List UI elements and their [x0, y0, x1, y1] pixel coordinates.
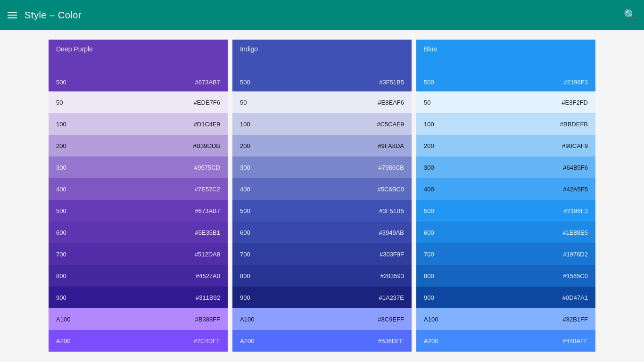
color-column-blue: Blue500#2196F350#E3F2FD100#BBDEFB200#90C…	[416, 40, 595, 352]
color-row: 500#3F51B5	[232, 200, 412, 222]
shade-label: 800	[240, 272, 250, 280]
hex-label: #4527A0	[196, 272, 220, 280]
header-title: Style – Color	[25, 10, 82, 21]
shade-label: 900	[240, 294, 250, 301]
shade-label: 800	[424, 272, 434, 280]
color-row: 800#4527A0	[49, 265, 228, 287]
hex-label: #BBDEFB	[560, 121, 588, 128]
shade-label: 100	[240, 121, 250, 128]
shade-label: 900	[424, 294, 434, 301]
shade-label: 700	[424, 251, 434, 258]
color-row: 100#C5CAE9	[232, 113, 412, 135]
color-header-hex-0: #673AB7	[195, 79, 221, 86]
menu-icon[interactable]	[8, 12, 17, 18]
hex-label: #9FA8DA	[378, 142, 404, 149]
color-row: A100#8C9EFF	[232, 308, 412, 330]
shade-label: A100	[240, 316, 254, 323]
hex-label: #D1C4E9	[194, 121, 220, 128]
hex-label: #42A5F5	[563, 186, 588, 193]
hex-label: #90CAF9	[562, 142, 588, 149]
shade-label: 600	[56, 229, 66, 236]
color-header-shade-2: 500	[424, 79, 434, 86]
color-column-deep-purple: Deep Purple500#673AB750#EDE7F6100#D1C4E9…	[49, 40, 228, 352]
hex-label: #1976D2	[563, 251, 588, 258]
color-row: 700#303F9F	[232, 243, 412, 265]
color-row: 800#283593	[232, 265, 412, 287]
color-row: A100#82B1FF	[416, 308, 595, 330]
hex-label: #EDE7F6	[194, 99, 220, 106]
shade-label: A200	[240, 337, 254, 345]
hex-label: #536DFE	[378, 337, 404, 345]
hex-label: #1565C0	[563, 272, 588, 280]
shade-label: 50	[240, 99, 247, 106]
hex-label: #E8EAF6	[378, 99, 404, 106]
hex-label: #311B92	[196, 294, 220, 301]
color-row: 600#5E35B1	[49, 222, 228, 243]
hex-label: #64B5F6	[563, 164, 588, 171]
shade-label: 600	[240, 229, 250, 236]
hex-label: #283593	[380, 272, 404, 280]
shade-label: 50	[56, 99, 63, 106]
shade-label: 200	[240, 142, 250, 149]
hex-label: #5E35B1	[195, 229, 221, 236]
color-row: 400#42A5F5	[416, 178, 595, 200]
shade-label: 900	[56, 294, 66, 301]
color-row: A200#536DFE	[232, 330, 412, 352]
color-header-bottom-2: 500#2196F3	[424, 79, 588, 86]
color-name-1: Indigo	[240, 45, 404, 53]
hex-label: #3949AB	[379, 229, 405, 236]
color-header-hex-2: #2196F3	[564, 79, 588, 86]
color-row: 200#9FA8DA	[232, 135, 412, 156]
hex-label: #5C6BC0	[378, 186, 404, 193]
color-row: 300#9575CD	[49, 156, 228, 178]
color-row: 200#90CAF9	[416, 135, 595, 156]
color-row: 900#311B92	[49, 287, 228, 308]
hex-label: #2196F3	[564, 207, 588, 214]
color-row: 700#512DA8	[49, 243, 228, 265]
color-header-shade-0: 500	[56, 79, 66, 86]
shade-label: 500	[424, 207, 434, 214]
color-header-bottom-1: 500#3F51B5	[240, 79, 404, 86]
color-row: 500#2196F3	[416, 200, 595, 222]
shade-label: 100	[424, 121, 434, 128]
shade-label: 100	[56, 121, 66, 128]
color-row: 400#7E57C2	[49, 178, 228, 200]
color-header-1: Indigo500#3F51B5	[232, 40, 412, 91]
hex-label: #B388FF	[195, 316, 220, 323]
color-row: 200#B39DDB	[49, 135, 228, 156]
hex-label: #E3F2FD	[561, 99, 588, 106]
hex-label: #82B1FF	[563, 316, 588, 323]
color-name-2: Blue	[424, 45, 588, 53]
hex-label: #448AFF	[563, 337, 588, 345]
color-row: 500#673AB7	[49, 200, 228, 222]
color-row: 50#EDE7F6	[49, 91, 228, 113]
shade-label: 400	[56, 186, 66, 193]
color-row: A100#B388FF	[49, 308, 228, 330]
shade-label: 800	[56, 272, 66, 280]
shade-label: A200	[424, 337, 438, 345]
shade-label: A100	[56, 316, 70, 323]
color-row: 300#64B5F6	[416, 156, 595, 178]
color-row: 700#1976D2	[416, 243, 595, 265]
shade-label: A200	[56, 337, 70, 345]
color-row: 400#5C6BC0	[232, 178, 412, 200]
shade-label: 700	[56, 251, 66, 258]
hex-label: #0D47A1	[562, 294, 588, 301]
hex-label: #7C4DFF	[194, 337, 220, 345]
color-header-2: Blue500#2196F3	[416, 40, 595, 91]
shade-label: 600	[424, 229, 434, 236]
shade-label: A100	[424, 316, 438, 323]
color-header-shade-1: 500	[240, 79, 250, 86]
color-column-indigo: Indigo500#3F51B550#E8EAF6100#C5CAE9200#9…	[232, 40, 412, 352]
color-header-0: Deep Purple500#673AB7	[49, 40, 228, 91]
color-row: 900#1A237E	[232, 287, 412, 308]
hex-label: #1E88E5	[563, 229, 588, 236]
color-row: 300#7986CB	[232, 156, 412, 178]
color-row: 100#BBDEFB	[416, 113, 595, 135]
hex-label: #B39DDB	[193, 142, 220, 149]
color-row: 600#3949AB	[232, 222, 412, 243]
hex-label: #7E57C2	[195, 186, 220, 193]
color-row: 100#D1C4E9	[49, 113, 228, 135]
color-grid: Deep Purple500#673AB750#EDE7F6100#D1C4E9…	[0, 30, 644, 361]
search-icon[interactable]: 🔍	[624, 9, 636, 21]
